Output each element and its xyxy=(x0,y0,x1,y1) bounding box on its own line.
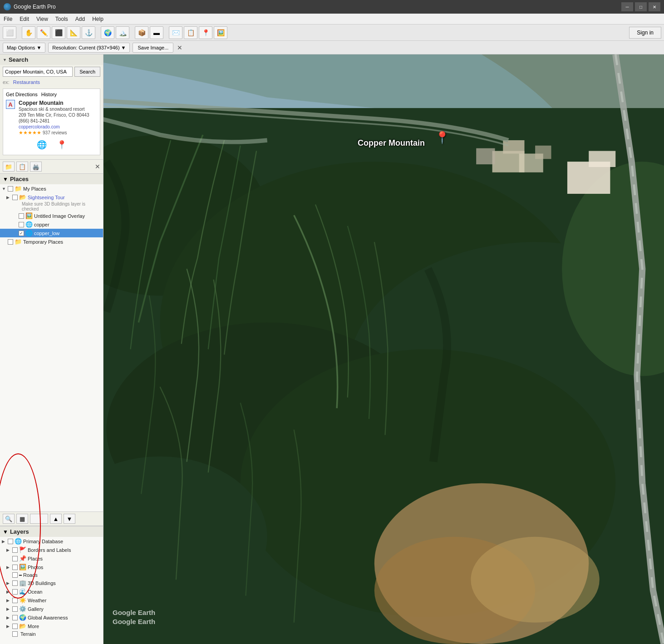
places-sightseeing-checkbox[interactable] xyxy=(12,195,18,200)
places-temporary[interactable]: 📁 Temporary Places xyxy=(0,237,103,246)
toolbar-btn-1[interactable]: ⬜ xyxy=(3,26,16,39)
svg-rect-15 xyxy=(476,148,495,164)
places-my-places[interactable]: ▼ 📁 My Places xyxy=(0,184,103,193)
map-options-dropdown[interactable]: Map Options ▼ xyxy=(3,43,45,53)
toolbar-btn-5[interactable]: 📐 xyxy=(67,26,80,39)
layer-ocean-label: Ocean xyxy=(28,589,42,595)
close-button[interactable]: ✕ xyxy=(649,2,660,11)
layer-ocean[interactable]: ▶ 🌊 Ocean xyxy=(0,587,103,596)
layer-primary-db[interactable]: ▶ 🌐 Primary Database xyxy=(0,537,103,546)
toolbar-btn-6[interactable]: ⚓ xyxy=(82,26,95,39)
toolbar-btn-4[interactable]: ⬛ xyxy=(52,26,65,39)
layer-photos-checkbox[interactable] xyxy=(12,565,18,570)
resolution-dropdown[interactable]: Resolution: Current (937×946) ▼ xyxy=(48,43,130,53)
layer-terrain-checkbox[interactable] xyxy=(12,631,18,637)
minimize-button[interactable]: ─ xyxy=(621,2,633,11)
layers-blank-button[interactable] xyxy=(30,514,48,524)
layer-borders-checkbox[interactable] xyxy=(12,547,18,553)
menu-tools[interactable]: Tools xyxy=(52,15,72,23)
toolbar-btn-photo[interactable]: 🏔️ xyxy=(116,26,129,39)
menu-view[interactable]: View xyxy=(33,15,52,23)
places-copper[interactable]: 🌐 copper xyxy=(0,220,103,229)
layer-terrain[interactable]: Terrain xyxy=(0,630,103,638)
menu-edit[interactable]: Edit xyxy=(16,15,33,23)
layer-gallery[interactable]: ▶ ⚙️ Gallery xyxy=(0,605,103,613)
layers-down-button[interactable]: ▼ xyxy=(64,514,75,524)
get-directions-link[interactable]: Get Directions xyxy=(6,92,38,97)
save-image-button[interactable]: Save Image... xyxy=(133,43,173,53)
layer-roads[interactable]: ━ Roads xyxy=(0,571,103,579)
layer-global-awareness[interactable]: ▶ 🌍 Global Awareness xyxy=(0,613,103,622)
layer-more[interactable]: ▶ 📂 More xyxy=(0,622,103,630)
layer-places-checkbox[interactable] xyxy=(12,556,18,561)
layer-more-expand[interactable]: ▶ xyxy=(6,624,11,629)
places-copper-low-checkbox[interactable] xyxy=(19,231,24,236)
title-bar: Google Earth Pro ─ □ ✕ xyxy=(0,0,664,14)
menu-file[interactable]: File xyxy=(0,15,16,23)
search-suggestion-restaurants[interactable]: Restaurants xyxy=(13,79,40,85)
search-input[interactable] xyxy=(3,67,73,77)
layer-3d-buildings[interactable]: ▶ 🏢 3D Buildings xyxy=(0,579,103,587)
layer-3d-expand[interactable]: ▶ xyxy=(6,581,11,585)
places-close-button[interactable]: ✕ xyxy=(95,163,100,170)
layers-collapse-icon[interactable]: ▼ xyxy=(3,529,8,535)
layer-photos-expand[interactable]: ▶ xyxy=(6,565,11,570)
places-my-places-checkbox[interactable] xyxy=(8,186,13,192)
layer-primary-expand[interactable]: ▶ xyxy=(2,539,6,544)
toolbar-btn-gps[interactable]: 📍 xyxy=(199,26,212,39)
places-copper-low[interactable]: 🌐 copper_low xyxy=(0,229,103,237)
layer-weather-checkbox[interactable] xyxy=(12,598,18,603)
menu-help[interactable]: Help xyxy=(89,15,107,23)
layer-more-checkbox[interactable] xyxy=(12,624,18,629)
layers-up-button[interactable]: ▲ xyxy=(50,514,62,524)
layer-borders[interactable]: ▶ 🚩 Borders and Labels xyxy=(0,546,103,554)
places-collapse-icon[interactable]: ▼ xyxy=(3,176,8,182)
layer-primary-checkbox[interactable] xyxy=(8,539,13,544)
toolbar-btn-mail[interactable]: ✉️ xyxy=(169,26,182,39)
map-area[interactable]: Copper Mountain 📍 Google Earth Google Ea… xyxy=(103,54,664,644)
places-my-places-expand[interactable]: ▼ xyxy=(2,187,6,191)
toolbar-btn-3[interactable]: ✏️ xyxy=(37,26,50,39)
layer-ocean-checkbox[interactable] xyxy=(12,589,18,595)
places-copper-checkbox[interactable] xyxy=(19,222,24,227)
layers-search-button[interactable]: 🔍 xyxy=(3,514,15,524)
layer-roads-checkbox[interactable] xyxy=(12,572,18,578)
history-link[interactable]: History xyxy=(41,92,57,97)
toolbar-btn-nav1[interactable]: 📦 xyxy=(135,26,148,39)
places-print-button[interactable]: 🖨️ xyxy=(30,162,42,172)
toolbar-btn-2[interactable]: ✋ xyxy=(22,26,35,39)
places-my-places-icon: 📁 xyxy=(15,185,22,192)
toolbar-btn-nav2[interactable]: ▬ xyxy=(150,26,163,39)
layer-global-checkbox[interactable] xyxy=(12,615,18,620)
toolbar-btn-img[interactable]: 🖼️ xyxy=(214,26,227,39)
sign-in-button[interactable]: Sign in xyxy=(629,27,661,39)
places-overlay-checkbox[interactable] xyxy=(19,213,24,219)
close-secondary-button[interactable]: ✕ xyxy=(176,44,183,51)
search-button[interactable]: Search xyxy=(74,67,100,77)
layer-global-expand[interactable]: ▶ xyxy=(6,615,11,620)
places-untitled-overlay[interactable]: 🖼️ Untitled Image Overlay xyxy=(0,211,103,220)
layer-gallery-expand[interactable]: ▶ xyxy=(6,607,11,611)
layer-gallery-checkbox[interactable] xyxy=(12,606,18,612)
places-temporary-checkbox[interactable] xyxy=(8,239,13,245)
result-item: A Copper Mountain Spacious ski & snowboa… xyxy=(6,100,97,136)
places-sightseeing-tour[interactable]: ▶ 📂 Sightseeing Tour xyxy=(0,193,103,202)
result-pin-icon[interactable]: 📍 xyxy=(55,138,68,151)
menu-add[interactable]: Add xyxy=(72,15,89,23)
layer-3d-checkbox[interactable] xyxy=(12,580,18,586)
toolbar-btn-share[interactable]: 📋 xyxy=(184,26,197,39)
layers-grid-button[interactable]: ▦ xyxy=(16,514,28,524)
search-collapse-icon[interactable]: ▼ xyxy=(3,58,7,62)
places-sightseeing-expand[interactable]: ▶ xyxy=(6,195,11,200)
layer-ocean-expand[interactable]: ▶ xyxy=(6,590,11,594)
layer-weather-expand[interactable]: ▶ xyxy=(6,598,11,603)
maximize-button[interactable]: □ xyxy=(635,2,647,11)
toolbar-btn-earth[interactable]: 🌍 xyxy=(101,26,114,39)
result-globe-icon[interactable]: 🌐 xyxy=(35,138,48,151)
places-new-folder-button[interactable]: 📁 xyxy=(3,162,15,172)
layer-places[interactable]: 📌 Places xyxy=(0,554,103,563)
places-copy-button[interactable]: 📋 xyxy=(16,162,28,172)
layer-borders-expand[interactable]: ▶ xyxy=(6,548,11,552)
layer-weather[interactable]: ▶ ☀️ Weather xyxy=(0,596,103,605)
layer-photos[interactable]: ▶ 🖼️ Photos xyxy=(0,563,103,571)
